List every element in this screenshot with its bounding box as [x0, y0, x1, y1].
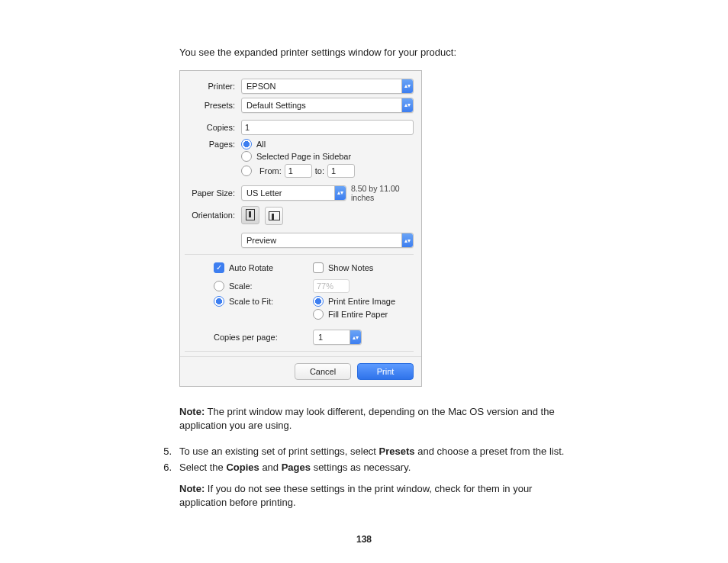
printer-label: Printer:	[185, 82, 241, 91]
section-value: Preview	[246, 236, 276, 245]
pages-selected-radio[interactable]	[241, 151, 252, 162]
presets-select[interactable]: Default Settings ▴▾	[241, 98, 414, 113]
orientation-label: Orientation:	[185, 211, 241, 220]
printer-value: EPSON	[246, 82, 276, 91]
step-number: 6.	[158, 462, 172, 473]
copies-label: Copies:	[185, 123, 241, 132]
show-notes-checkbox[interactable]	[313, 262, 324, 273]
step6-copies: Copies	[226, 462, 259, 473]
paper-size-select[interactable]: US Letter ▴▾	[241, 185, 346, 201]
separator	[185, 351, 414, 352]
step6-text-a: Select the	[179, 462, 226, 473]
cancel-button[interactable]: Cancel	[295, 363, 351, 380]
updown-icon: ▴▾	[401, 233, 413, 247]
auto-rotate-label: Auto Rotate	[229, 263, 273, 272]
presets-label: Presets:	[185, 101, 241, 110]
step5-text-a: To use an existing set of print settings…	[179, 446, 379, 457]
step6-text-e: settings as necessary.	[311, 462, 411, 473]
note-label: Note:	[179, 406, 205, 417]
pages-from-radio[interactable]	[241, 166, 252, 176]
updown-icon: ▴▾	[401, 98, 413, 112]
page-number: 138	[0, 534, 728, 545]
copies-per-page-select[interactable]: 1 ▴▾	[313, 330, 362, 345]
pages-to-input[interactable]: 1	[327, 164, 355, 178]
step-number: 5.	[158, 446, 172, 457]
pages-from-input[interactable]: 1	[285, 164, 312, 178]
step-5: 5. To use an existing set of print setti…	[179, 446, 576, 457]
auto-rotate-checkbox[interactable]: ✓	[214, 262, 224, 273]
updown-icon: ▴▾	[334, 186, 346, 200]
step5-text-c: and choose a preset from the list.	[415, 446, 565, 457]
paper-size-hint: 8.50 by 11.00 inches	[351, 184, 414, 202]
printer-select[interactable]: EPSON ▴▾	[241, 79, 414, 94]
orientation-landscape-button[interactable]	[265, 207, 283, 225]
print-entire-label: Print Entire Image	[328, 297, 395, 306]
intro-text: You see the expanded printer settings wi…	[179, 46, 576, 60]
show-notes-label: Show Notes	[328, 263, 373, 272]
pages-from-label: From:	[259, 166, 282, 175]
note-2: Note: If you do not see these settings i…	[179, 482, 576, 509]
fill-entire-radio[interactable]	[313, 309, 324, 320]
note-text: The print window may look different, dep…	[179, 406, 555, 431]
section-select[interactable]: Preview ▴▾	[241, 233, 414, 248]
copies-per-page-label: Copies per page:	[214, 333, 278, 342]
print-dialog: Printer: EPSON ▴▾ Presets: Default Setti…	[179, 70, 422, 388]
landscape-icon	[269, 211, 280, 220]
fill-entire-label: Fill Entire Paper	[328, 310, 388, 319]
scale-input: 77%	[313, 279, 350, 293]
orientation-portrait-button[interactable]	[241, 206, 259, 224]
note-1: Note: The print window may look differen…	[179, 405, 576, 432]
print-entire-radio[interactable]	[313, 296, 324, 307]
step5-presets: Presets	[379, 446, 415, 457]
scale-radio[interactable]	[214, 281, 224, 291]
pages-label: Pages:	[185, 140, 241, 149]
updown-icon: ▴▾	[350, 330, 361, 344]
separator	[185, 254, 414, 255]
portrait-icon	[246, 209, 255, 220]
copies-input[interactable]: 1	[241, 120, 414, 135]
updown-icon: ▴▾	[401, 79, 413, 93]
copies-value: 1	[245, 123, 250, 132]
pages-to-label: to:	[315, 166, 324, 175]
step6-text-c: and	[259, 462, 282, 473]
note-text: If you do not see these settings in the …	[179, 483, 532, 508]
presets-value: Default Settings	[246, 101, 306, 110]
scale-to-fit-radio[interactable]	[214, 296, 224, 307]
step-6: 6. Select the Copies and Pages settings …	[179, 462, 576, 473]
print-button[interactable]: Print	[357, 363, 414, 380]
pages-all-radio[interactable]	[241, 139, 252, 150]
scale-label: Scale:	[229, 282, 253, 291]
pages-selected-text: Selected Page in Sidebar	[256, 152, 351, 161]
note-label: Note:	[179, 483, 205, 494]
paper-size-value: US Letter	[246, 188, 282, 198]
step6-pages: Pages	[282, 462, 311, 473]
scale-to-fit-label: Scale to Fit:	[229, 297, 273, 306]
pages-all-text: All	[256, 140, 266, 149]
copies-per-page-value: 1	[318, 333, 323, 342]
paper-size-label: Paper Size:	[185, 188, 241, 198]
document-page: You see the expanded printer settings wi…	[0, 0, 728, 509]
